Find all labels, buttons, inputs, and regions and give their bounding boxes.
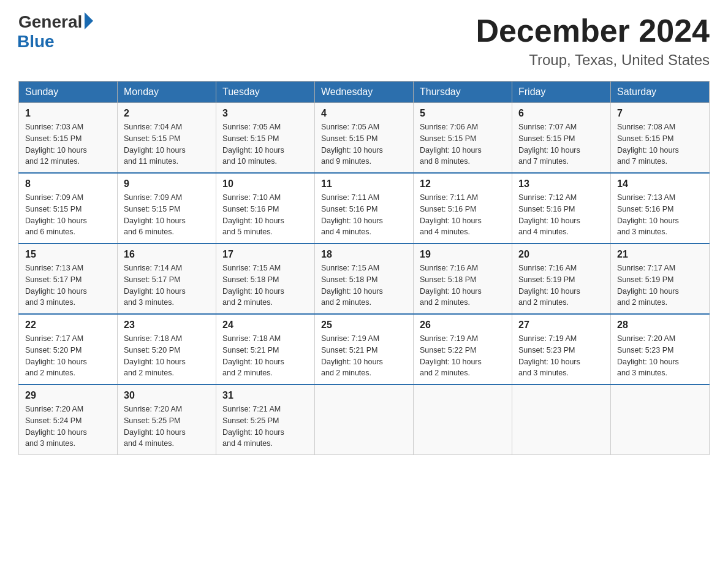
calendar-cell: 31Sunrise: 7:21 AMSunset: 5:25 PMDayligh…	[216, 385, 315, 455]
day-number: 22	[25, 320, 111, 331]
day-number: 6	[518, 108, 604, 119]
day-number: 10	[222, 178, 308, 190]
day-info: Sunrise: 7:13 AMSunset: 5:17 PMDaylight:…	[25, 262, 111, 308]
calendar-cell: 21Sunrise: 7:17 AMSunset: 5:19 PMDayligh…	[611, 243, 710, 314]
day-info: Sunrise: 7:14 AMSunset: 5:17 PMDaylight:…	[124, 262, 210, 308]
calendar-cell: 4Sunrise: 7:05 AMSunset: 5:15 PMDaylight…	[315, 103, 414, 174]
day-number: 14	[617, 178, 703, 190]
calendar-table: SundayMondayTuesdayWednesdayThursdayFrid…	[18, 81, 710, 455]
calendar-week-row: 29Sunrise: 7:20 AMSunset: 5:24 PMDayligh…	[19, 385, 710, 455]
calendar-week-row: 15Sunrise: 7:13 AMSunset: 5:17 PMDayligh…	[19, 243, 710, 314]
calendar-cell	[611, 385, 710, 455]
page-header: General Blue December 2024 Troup, Texas,…	[18, 12, 710, 69]
day-info: Sunrise: 7:19 AMSunset: 5:22 PMDaylight:…	[420, 333, 506, 379]
day-number: 3	[222, 108, 308, 119]
day-number: 11	[321, 178, 407, 190]
logo-arrow-icon	[85, 12, 93, 29]
calendar-cell: 11Sunrise: 7:11 AMSunset: 5:16 PMDayligh…	[315, 173, 414, 243]
calendar-cell: 2Sunrise: 7:04 AMSunset: 5:15 PMDaylight…	[118, 103, 216, 174]
day-info: Sunrise: 7:16 AMSunset: 5:18 PMDaylight:…	[420, 262, 506, 308]
calendar-cell: 1Sunrise: 7:03 AMSunset: 5:15 PMDaylight…	[19, 103, 118, 174]
day-number: 23	[124, 320, 210, 331]
calendar-cell: 30Sunrise: 7:20 AMSunset: 5:25 PMDayligh…	[118, 385, 216, 455]
calendar-cell: 18Sunrise: 7:15 AMSunset: 5:18 PMDayligh…	[315, 243, 414, 314]
calendar-cell: 26Sunrise: 7:19 AMSunset: 5:22 PMDayligh…	[414, 314, 512, 385]
calendar-cell: 24Sunrise: 7:18 AMSunset: 5:21 PMDayligh…	[216, 314, 315, 385]
weekday-header-sunday: Sunday	[19, 82, 118, 103]
calendar-cell: 7Sunrise: 7:08 AMSunset: 5:15 PMDaylight…	[611, 103, 710, 174]
subtitle: Troup, Texas, United States	[476, 52, 710, 69]
calendar-cell: 3Sunrise: 7:05 AMSunset: 5:15 PMDaylight…	[216, 103, 315, 174]
day-info: Sunrise: 7:10 AMSunset: 5:16 PMDaylight:…	[222, 192, 308, 238]
calendar-cell	[512, 385, 611, 455]
day-number: 29	[25, 390, 111, 401]
day-number: 26	[420, 320, 506, 331]
day-info: Sunrise: 7:15 AMSunset: 5:18 PMDaylight:…	[222, 262, 308, 308]
day-info: Sunrise: 7:13 AMSunset: 5:16 PMDaylight:…	[617, 192, 703, 238]
day-number: 7	[617, 108, 703, 119]
day-number: 24	[222, 320, 308, 331]
day-number: 15	[25, 249, 111, 260]
day-number: 30	[124, 390, 210, 401]
calendar-cell: 14Sunrise: 7:13 AMSunset: 5:16 PMDayligh…	[611, 173, 710, 243]
day-info: Sunrise: 7:19 AMSunset: 5:23 PMDaylight:…	[518, 333, 604, 379]
calendar-cell: 17Sunrise: 7:15 AMSunset: 5:18 PMDayligh…	[216, 243, 315, 314]
calendar-cell: 28Sunrise: 7:20 AMSunset: 5:23 PMDayligh…	[611, 314, 710, 385]
day-info: Sunrise: 7:05 AMSunset: 5:15 PMDaylight:…	[222, 121, 308, 167]
day-info: Sunrise: 7:06 AMSunset: 5:15 PMDaylight:…	[420, 121, 506, 167]
day-number: 18	[321, 249, 407, 260]
day-number: 5	[420, 108, 506, 119]
day-info: Sunrise: 7:15 AMSunset: 5:18 PMDaylight:…	[321, 262, 407, 308]
day-number: 20	[518, 249, 604, 260]
calendar-cell	[414, 385, 512, 455]
day-number: 31	[222, 390, 308, 401]
day-info: Sunrise: 7:20 AMSunset: 5:25 PMDaylight:…	[124, 404, 210, 450]
weekday-header-thursday: Thursday	[414, 82, 512, 103]
day-number: 13	[518, 178, 604, 190]
day-info: Sunrise: 7:03 AMSunset: 5:15 PMDaylight:…	[25, 121, 111, 167]
weekday-header-tuesday: Tuesday	[216, 82, 315, 103]
calendar-cell: 16Sunrise: 7:14 AMSunset: 5:17 PMDayligh…	[118, 243, 216, 314]
day-info: Sunrise: 7:18 AMSunset: 5:21 PMDaylight:…	[222, 333, 308, 379]
calendar-cell: 22Sunrise: 7:17 AMSunset: 5:20 PMDayligh…	[19, 314, 118, 385]
calendar-cell: 15Sunrise: 7:13 AMSunset: 5:17 PMDayligh…	[19, 243, 118, 314]
calendar-week-row: 8Sunrise: 7:09 AMSunset: 5:15 PMDaylight…	[19, 173, 710, 243]
day-number: 4	[321, 108, 407, 119]
logo-general-text: General	[18, 12, 82, 32]
day-number: 16	[124, 249, 210, 260]
day-number: 19	[420, 249, 506, 260]
day-info: Sunrise: 7:05 AMSunset: 5:15 PMDaylight:…	[321, 121, 407, 167]
calendar-cell: 29Sunrise: 7:20 AMSunset: 5:24 PMDayligh…	[19, 385, 118, 455]
day-number: 21	[617, 249, 703, 260]
day-info: Sunrise: 7:04 AMSunset: 5:15 PMDaylight:…	[124, 121, 210, 167]
weekday-header-friday: Friday	[512, 82, 611, 103]
day-number: 9	[124, 178, 210, 190]
calendar-cell: 6Sunrise: 7:07 AMSunset: 5:15 PMDaylight…	[512, 103, 611, 174]
day-number: 17	[222, 249, 308, 260]
calendar-cell	[315, 385, 414, 455]
day-info: Sunrise: 7:17 AMSunset: 5:19 PMDaylight:…	[617, 262, 703, 308]
day-info: Sunrise: 7:19 AMSunset: 5:21 PMDaylight:…	[321, 333, 407, 379]
calendar-week-row: 22Sunrise: 7:17 AMSunset: 5:20 PMDayligh…	[19, 314, 710, 385]
day-info: Sunrise: 7:20 AMSunset: 5:24 PMDaylight:…	[25, 404, 111, 450]
day-info: Sunrise: 7:09 AMSunset: 5:15 PMDaylight:…	[124, 192, 210, 238]
day-info: Sunrise: 7:11 AMSunset: 5:16 PMDaylight:…	[321, 192, 407, 238]
weekday-header-monday: Monday	[118, 82, 216, 103]
calendar-cell: 12Sunrise: 7:11 AMSunset: 5:16 PMDayligh…	[414, 173, 512, 243]
day-info: Sunrise: 7:11 AMSunset: 5:16 PMDaylight:…	[420, 192, 506, 238]
day-info: Sunrise: 7:09 AMSunset: 5:15 PMDaylight:…	[25, 192, 111, 238]
calendar-cell: 19Sunrise: 7:16 AMSunset: 5:18 PMDayligh…	[414, 243, 512, 314]
title-section: December 2024 Troup, Texas, United State…	[476, 12, 710, 69]
day-number: 27	[518, 320, 604, 331]
main-title: December 2024	[476, 12, 710, 49]
day-number: 2	[124, 108, 210, 119]
logo-top: General	[18, 12, 93, 32]
calendar-cell: 23Sunrise: 7:18 AMSunset: 5:20 PMDayligh…	[118, 314, 216, 385]
calendar-cell: 10Sunrise: 7:10 AMSunset: 5:16 PMDayligh…	[216, 173, 315, 243]
calendar-cell: 13Sunrise: 7:12 AMSunset: 5:16 PMDayligh…	[512, 173, 611, 243]
calendar-cell: 5Sunrise: 7:06 AMSunset: 5:15 PMDaylight…	[414, 103, 512, 174]
day-info: Sunrise: 7:18 AMSunset: 5:20 PMDaylight:…	[124, 333, 210, 379]
day-number: 8	[25, 178, 111, 190]
day-number: 25	[321, 320, 407, 331]
weekday-header-wednesday: Wednesday	[315, 82, 414, 103]
